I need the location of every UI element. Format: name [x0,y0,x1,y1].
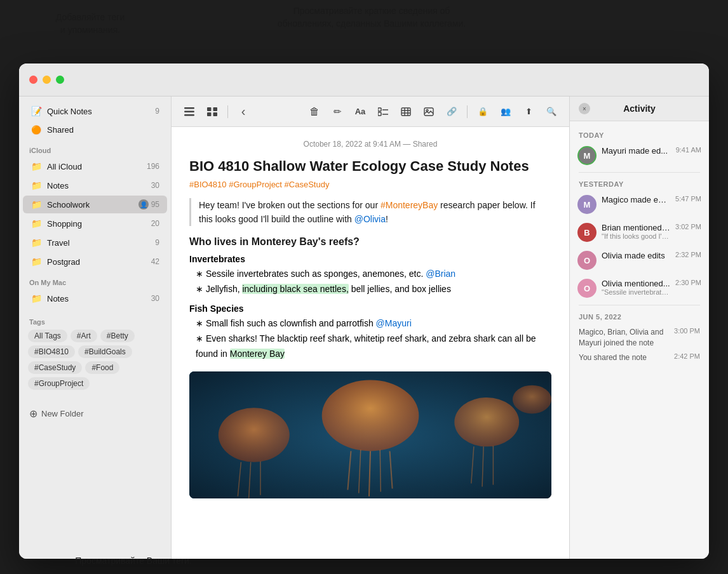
jun5-time2: 2:42 PM [674,352,700,363]
share-button[interactable]: ⬆ [518,103,539,121]
jun5-item2: You shared the note 2:42 PM [570,350,709,367]
annotation-top-center: Просматривайте краткие сведения об обнов… [197,5,546,30]
search-button[interactable]: 🔍 [541,103,562,121]
minimize-button[interactable] [43,76,51,84]
activity-title: Activity [597,103,682,114]
activity-close-button[interactable]: × [579,103,590,114]
olivia1-text-block: Olivia made edits [602,251,670,260]
sidebar-item-postgrad[interactable]: 📁 Postgrad 42 [23,253,167,270]
postgrad-label: Postgrad [47,257,151,267]
sidebar-item-travel[interactable]: 📁 Travel 9 [23,234,167,251]
note-content-area: October 18, 2022 at 9:41 AM — Shared BIO… [172,127,569,559]
tag-art[interactable]: #Art [71,330,97,342]
svg-point-25 [219,408,290,463]
avatar-mayuri: M [577,146,597,165]
olivia2-text-block: Olivia mentioned... "Sessile invertebrat… [602,279,670,296]
tag-all-tags[interactable]: All Tags [28,330,67,342]
divider [579,172,700,173]
close-button[interactable] [29,76,37,84]
tag-groupproject[interactable]: #GroupProject [28,377,90,390]
notes-icloud-label: Notes [47,181,151,190]
note-title[interactable]: BIO 4810 Shallow Water Ecology Case Stud… [189,157,551,176]
folder-icon: 📁 [30,293,42,304]
svg-rect-4 [213,107,218,111]
activity-item-magico[interactable]: M Magico made edits 5:47 PM [570,190,709,218]
magico-name: Magico made edits [602,195,670,204]
tags-section: Tags All Tags #Art #Betty #BIO4810 #Buil… [19,308,171,395]
quick-notes-icon: 📝 [30,105,42,117]
folder-icon: 📁 [30,237,42,248]
avatar-brian: B [577,223,597,242]
bullet1-mention[interactable]: @Brian [426,269,455,279]
svg-rect-6 [213,112,218,116]
svg-rect-1 [184,110,194,112]
quick-notes-label: Quick Notes [47,107,155,116]
folder-icon: 📁 [30,218,42,229]
tag-casestudy[interactable]: #CaseStudy [28,361,82,374]
media-button[interactable] [419,103,439,121]
traffic-lights [29,76,64,84]
back-button[interactable]: ‹ [233,103,253,121]
activity-panel: × Activity TODAY M Mayuri made ed... 9:4… [569,97,709,559]
tag-food[interactable]: #Food [85,361,119,374]
intro-end: ! [386,214,388,224]
new-folder-label: New Folder [41,409,83,418]
links-button[interactable]: 🔗 [442,103,462,121]
notes-mac-count: 30 [151,294,159,303]
brian-preview: "If this looks good I'll... [602,232,670,240]
olivia2-preview: "Sessile invertebrates... [602,288,670,296]
bullet3-mention[interactable]: @Mayuri [376,318,412,328]
delete-button[interactable]: 🗑 [304,103,325,121]
gallery-view-button[interactable] [202,103,222,121]
titlebar [19,63,709,97]
new-note-button[interactable]: ✏ [327,103,347,121]
sidebar-item-all-icloud[interactable]: 📁 All iCloud 196 [23,157,167,175]
bullet-item-1: Sessile invertebrates such as sponges, a… [196,267,551,282]
intro-mention[interactable]: @Olivia [354,214,386,224]
jelly-svg [189,371,551,498]
jun5-text1: Magico, Brian, Olivia and Mayuri joined … [579,327,674,349]
tag-bio4810[interactable]: #BIO4810 [28,345,75,358]
folder-icon: 📁 [30,199,42,210]
sidebar-item-quick-notes[interactable]: 📝 Quick Notes 9 [23,102,167,120]
olivia1-name: Olivia made edits [602,251,670,260]
tag-buildgoals[interactable]: #BuildGoals [78,345,132,358]
new-folder-button[interactable]: ⊕ New Folder [19,403,171,425]
bullet-item-3: Small fish such as clownfish and parrotf… [196,316,551,331]
brian-time: 3:02 PM [675,223,701,230]
activity-item-olivia1[interactable]: O Olivia made edits 2:32 PM [570,246,709,274]
tags-section-label: Tags [25,313,165,330]
tag-betty[interactable]: #Betty [100,330,135,342]
maximize-button[interactable] [56,76,64,84]
sidebar: 📝 Quick Notes 9 🟠 Shared iCloud 📁 All iC… [19,97,172,559]
sidebar-item-shopping[interactable]: 📁 Shopping 20 [23,215,167,232]
sidebar-item-shared[interactable]: 🟠 Shared [23,121,167,138]
olivia2-time: 2:30 PM [675,279,701,286]
brian-text-block: Brian mentioned L... "If this looks good… [602,223,670,240]
table-button[interactable] [396,103,416,121]
activity-item-brian[interactable]: B Brian mentioned L... "If this looks go… [570,218,709,246]
lock-button[interactable]: 🔒 [473,103,493,121]
list-view-button[interactable] [179,103,199,121]
sidebar-item-notes-icloud[interactable]: 📁 Notes 30 [23,177,167,194]
collaborate-button[interactable]: 👥 [495,103,516,121]
folder-icon: 📁 [30,161,42,172]
jun5-label: JUN 5, 2022 [570,308,709,323]
checklist-button[interactable] [373,103,393,121]
notes-mac-label: Notes [47,294,151,304]
fish-list: Small fish such as clownfish and parrotf… [189,316,551,361]
today-label: TODAY [570,126,709,142]
note-tags[interactable]: #BIO4810 #GroupProject #CaseStudy [189,180,551,189]
sidebar-item-schoolwork[interactable]: 📁 Schoolwork 👤 95 [23,196,167,213]
intro-hashtag[interactable]: #MontereyBay [381,200,438,210]
sidebar-item-notes-mac[interactable]: 📁 Notes 30 [23,290,167,307]
postgrad-count: 42 [151,257,159,266]
activity-item-mayuri[interactable]: M Mayuri made ed... 9:41 AM [570,142,709,170]
bullet-item-2: Jellyfish, including black sea nettles, … [196,282,551,297]
bullet3-pre: Small fish such as clownfish and parrotf… [206,318,376,328]
format-button[interactable]: Aa [350,103,370,121]
jun5-item1: Magico, Brian, Olivia and Mayuri joined … [570,323,709,350]
activity-item-olivia2[interactable]: O Olivia mentioned... "Sessile invertebr… [570,274,709,302]
bullet4-highlight: Monterey Bay [230,349,285,359]
close-icon: × [583,105,586,112]
